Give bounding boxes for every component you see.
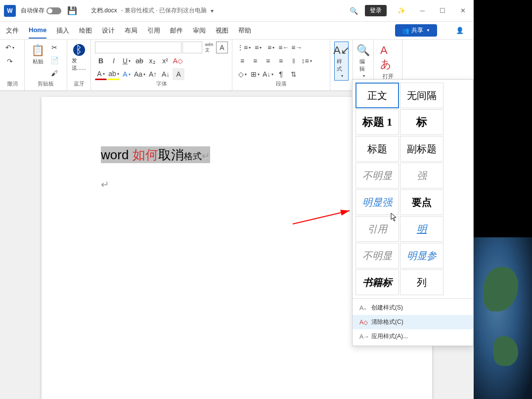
- styles-dropdown-panel: 正文 无间隔 标题 1 标 标题 副标题 不明显 强 明显强 要点 引用 明 不…: [352, 79, 474, 346]
- clear-format-icon[interactable]: A◇: [172, 55, 184, 67]
- cut-button[interactable]: ✂: [48, 42, 60, 53]
- undo-group-label: 撤消: [4, 80, 20, 89]
- align-left-button[interactable]: ≡: [236, 55, 248, 67]
- styles-label: 样式: [337, 58, 346, 73]
- menu-mail[interactable]: 邮件: [170, 26, 183, 35]
- paste-button[interactable]: 📋 粘贴: [29, 42, 47, 68]
- maximize-button[interactable]: ☐: [436, 7, 449, 14]
- pinyin-button[interactable]: wén文: [203, 42, 215, 53]
- sort-button[interactable]: A↓▾: [262, 68, 274, 80]
- styles-button[interactable]: A↙ 样式 ▾: [334, 42, 349, 81]
- menu-references[interactable]: 引用: [147, 26, 160, 35]
- grow-font-button[interactable]: A↑: [147, 68, 159, 80]
- chevron-down-icon: ▾: [363, 74, 365, 78]
- increase-indent-button[interactable]: ≡→: [291, 42, 303, 53]
- menu-draw[interactable]: 绘图: [79, 26, 92, 35]
- save-icon[interactable]: 💾: [67, 6, 77, 15]
- share-button[interactable]: 👥 共享 ▼: [395, 24, 437, 37]
- shrink-font-button[interactable]: A↓: [160, 68, 172, 80]
- justify-button[interactable]: ≡: [275, 55, 287, 67]
- style-title[interactable]: 标题: [355, 136, 399, 162]
- align-right-button[interactable]: ≡: [262, 55, 274, 67]
- menu-help[interactable]: 帮助: [238, 26, 251, 35]
- menu-design[interactable]: 设计: [102, 26, 115, 35]
- redo-button[interactable]: ↷: [4, 55, 16, 67]
- borders-button[interactable]: ⊞▾: [249, 68, 261, 80]
- menu-view[interactable]: 视图: [216, 26, 228, 35]
- style-book-title[interactable]: 书籍标: [355, 269, 399, 295]
- title-bar: W 自动保存 💾 文档.docx - 兼容性模式 · 已保存到这台电脑 ▾ 🔍 …: [0, 0, 474, 22]
- format-painter-button[interactable]: 🖌: [48, 67, 60, 79]
- font-color-button[interactable]: A▾: [95, 68, 107, 80]
- multilevel-button[interactable]: ≡▾: [265, 42, 277, 53]
- bold-button[interactable]: B: [95, 55, 107, 67]
- bluetooth-send-button[interactable]: ᛒ 发送......: [71, 42, 87, 74]
- enclose-char-button[interactable]: A: [173, 68, 184, 80]
- search-icon[interactable]: 🔍: [350, 7, 358, 15]
- shading-button[interactable]: ◇▾: [236, 68, 248, 80]
- style-strong-partial[interactable]: 强: [400, 163, 443, 188]
- style-intense-partial[interactable]: 明: [400, 216, 443, 242]
- selected-text[interactable]: word 如何取消格式↵: [101, 146, 210, 163]
- styles-menu: A₊ 创建样式(S) A◇ 清除格式(C) A→ 应用样式(A)...: [353, 298, 473, 346]
- highlight-button[interactable]: ab▾: [108, 68, 120, 80]
- menu-insert[interactable]: 插入: [56, 26, 69, 35]
- text-geshi: 格式: [184, 151, 202, 161]
- toggle-icon[interactable]: [46, 7, 61, 14]
- apply-style-menu-item[interactable]: A→ 应用样式(A)...: [353, 329, 473, 344]
- style-heading1[interactable]: 标题 1: [355, 109, 399, 135]
- ribbon-clipboard-group: 📋 粘贴 ✂ 📄 🖌 剪贴板: [25, 40, 67, 90]
- para-settings-button[interactable]: ⇅: [288, 68, 300, 80]
- wand-icon[interactable]: ✨: [394, 7, 409, 14]
- style-heading-partial[interactable]: 标: [400, 109, 443, 135]
- style-normal[interactable]: 正文: [355, 83, 399, 108]
- char-scale-button[interactable]: Aa▾: [133, 68, 146, 80]
- style-subtitle[interactable]: 副标题: [400, 136, 443, 162]
- login-button[interactable]: 登录: [365, 5, 387, 16]
- style-subtle-ref[interactable]: 不明显: [355, 243, 399, 268]
- font-group-label: 字体: [95, 80, 228, 89]
- font-size-select[interactable]: [182, 42, 202, 53]
- bullets-button[interactable]: ⋮≡▾: [236, 42, 251, 53]
- style-intense-emphasis[interactable]: 明显强: [355, 189, 399, 215]
- undo-button[interactable]: ↶▾: [4, 42, 16, 53]
- menu-home[interactable]: Home: [29, 26, 46, 39]
- edit-button[interactable]: 🔍 编辑 ▾: [357, 42, 369, 81]
- comments-icon[interactable]: 👤: [452, 27, 468, 34]
- word-logo-icon: W: [4, 5, 16, 17]
- text-effects-button[interactable]: A▾: [121, 68, 133, 80]
- style-subtle-emphasis[interactable]: 不明显: [355, 163, 399, 188]
- dropdown-icon[interactable]: ▾: [211, 7, 214, 14]
- minimize-button[interactable]: ─: [416, 7, 429, 14]
- superscript-button[interactable]: x²: [159, 55, 171, 67]
- style-list-partial[interactable]: 列: [400, 269, 443, 295]
- align-center-button[interactable]: ≡: [249, 55, 261, 67]
- italic-button[interactable]: I: [108, 55, 120, 67]
- numbering-button[interactable]: ≡▾: [252, 42, 264, 53]
- show-marks-button[interactable]: ¶: [275, 68, 287, 80]
- text-quxiao: 取消: [158, 147, 184, 162]
- line-spacing-button[interactable]: ↕≡▾: [301, 55, 312, 67]
- style-strong[interactable]: 要点: [400, 189, 443, 215]
- create-style-menu-item[interactable]: A₊ 创建样式(S): [353, 301, 473, 315]
- menu-layout[interactable]: 布局: [125, 26, 137, 35]
- char-border-button[interactable]: A: [216, 42, 228, 53]
- distribute-button[interactable]: ⫴: [288, 55, 300, 67]
- font-name-select[interactable]: [95, 42, 181, 53]
- decrease-indent-button[interactable]: ≡←: [278, 42, 290, 53]
- menu-review[interactable]: 审阅: [193, 26, 206, 35]
- text-word: word: [101, 147, 133, 162]
- strikethrough-button[interactable]: ab: [133, 55, 145, 67]
- styles-grid: 正文 无间隔 标题 1 标 标题 副标题 不明显 强 明显强 要点 引用 明 不…: [353, 80, 473, 298]
- autosave-toggle[interactable]: 自动保存: [21, 6, 61, 15]
- copy-button[interactable]: 📄: [48, 54, 60, 66]
- style-no-spacing[interactable]: 无间隔: [400, 83, 443, 108]
- underline-button[interactable]: U▾: [121, 55, 133, 67]
- menu-file[interactable]: 文件: [6, 26, 19, 35]
- style-intense-ref[interactable]: 明显参: [400, 243, 443, 268]
- close-button[interactable]: ✕: [456, 7, 470, 14]
- clear-format-menu-item[interactable]: A◇ 清除格式(C): [353, 315, 473, 329]
- style-quote[interactable]: 引用: [355, 216, 399, 242]
- subscript-button[interactable]: x₂: [146, 55, 158, 67]
- document-title: 文档.docx: [91, 6, 117, 15]
